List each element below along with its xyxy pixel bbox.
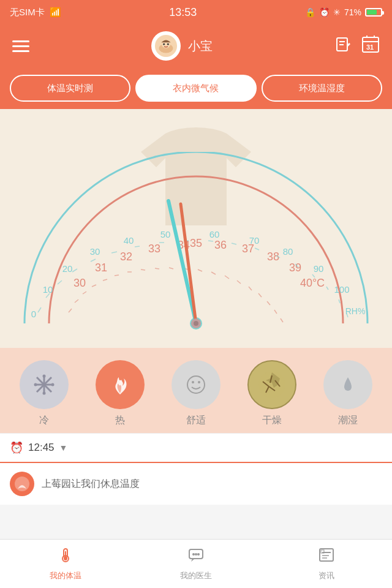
svg-line-61: [111, 252, 117, 253]
svg-point-104: [195, 553, 197, 556]
dry-label: 干燥: [262, 414, 282, 427]
message-avatar: [10, 472, 34, 496]
timeline: ⏰ 12:45 ▼: [0, 433, 392, 462]
header-center: 小宝: [151, 31, 213, 61]
svg-text:70: 70: [249, 235, 260, 246]
svg-text:31: 31: [366, 43, 374, 51]
status-hot[interactable]: 热: [96, 360, 145, 427]
wifi-icon: 📶: [50, 7, 61, 18]
svg-line-66: [232, 243, 236, 244]
svg-text:35: 35: [190, 237, 202, 249]
humid-label: 潮湿: [338, 414, 358, 427]
thermometer-icon: [57, 546, 74, 568]
svg-line-72: [339, 300, 340, 303]
status-dry[interactable]: 干燥: [247, 360, 296, 427]
svg-text:30: 30: [90, 246, 100, 257]
calendar-icon[interactable]: 31: [361, 35, 380, 57]
status-humid[interactable]: 潮湿: [323, 360, 372, 427]
svg-line-44: [155, 268, 159, 269]
svg-line-41: [115, 275, 119, 276]
cold-label: 冷: [39, 414, 49, 427]
svg-line-36: [69, 309, 72, 312]
note-icon[interactable]: [334, 36, 352, 56]
svg-point-97: [15, 477, 29, 491]
svg-point-85: [43, 392, 46, 395]
dry-icon: [257, 369, 287, 400]
svg-text:39: 39: [289, 262, 301, 274]
tab-temp-realtime[interactable]: 体温实时测: [10, 75, 130, 102]
svg-line-51: [249, 287, 252, 290]
tab-env-humidity[interactable]: 环境温湿度: [262, 75, 382, 102]
svg-point-86: [34, 383, 37, 386]
svg-text:33: 33: [148, 243, 160, 255]
svg-rect-101: [65, 551, 66, 557]
svg-line-62: [135, 246, 140, 247]
bluetooth-icon: ✳: [333, 7, 341, 17]
svg-point-103: [192, 553, 195, 556]
svg-point-78: [194, 321, 198, 326]
battery-fill: [367, 10, 377, 15]
svg-line-38: [83, 292, 86, 294]
svg-text:30: 30: [74, 277, 86, 289]
message-avatar-icon: [13, 475, 31, 492]
svg-line-65: [208, 241, 213, 241]
gauge-svg: 30 31 32 33 34 35 36 37 38 39 40°C 0 10 …: [6, 152, 386, 348]
svg-line-54: [274, 310, 277, 314]
header: 小宝 31: [0, 24, 392, 67]
svg-line-58: [58, 281, 62, 284]
timeline-dropdown-arrow[interactable]: ▼: [59, 443, 68, 453]
alarm-icon: ⏰: [319, 7, 330, 17]
svg-line-56: [38, 307, 41, 312]
nav-news[interactable]: 资讯: [262, 540, 392, 588]
svg-line-45: [169, 268, 173, 269]
svg-text:RH%: RH%: [345, 306, 366, 316]
humid-circle: [323, 360, 372, 409]
svg-point-88: [187, 376, 205, 393]
svg-point-105: [197, 553, 200, 556]
clock-icon: ⏰: [10, 441, 23, 454]
cold-circle: [20, 360, 69, 409]
nav-my-temp[interactable]: 我的体温: [0, 540, 130, 588]
svg-line-49: [225, 276, 229, 279]
comfort-circle: [172, 360, 221, 409]
svg-point-84: [43, 375, 46, 378]
svg-text:40: 40: [124, 235, 134, 246]
hot-label: 热: [115, 414, 125, 427]
doctor-chat-icon: [187, 546, 205, 568]
svg-line-50: [237, 281, 241, 284]
hamburger-line-3: [12, 50, 29, 52]
status-left: 无SIM卡 📶: [10, 7, 61, 18]
svg-line-37: [75, 300, 78, 303]
comfort-icon: [184, 372, 208, 397]
avatar[interactable]: [151, 31, 181, 61]
svg-point-4: [167, 43, 169, 45]
nav-my-doctor[interactable]: 我的医生: [130, 540, 261, 588]
svg-line-71: [326, 287, 328, 290]
svg-line-43: [141, 270, 145, 270]
svg-text:32: 32: [120, 251, 132, 263]
hot-icon: [108, 372, 132, 397]
status-cold[interactable]: 冷: [20, 360, 69, 427]
svg-line-59: [72, 269, 77, 272]
gauge-area: 30 31 32 33 34 35 36 37 38 39 40°C 0 10 …: [0, 109, 392, 348]
svg-text:50: 50: [160, 229, 171, 239]
svg-text:100: 100: [334, 284, 349, 295]
svg-text:20: 20: [62, 263, 73, 274]
svg-rect-106: [320, 549, 333, 561]
svg-text:0: 0: [31, 309, 36, 319]
tab-micro-climate[interactable]: 衣内微气候: [135, 75, 256, 102]
svg-line-39: [92, 285, 96, 287]
svg-text:10: 10: [43, 284, 53, 295]
svg-line-52: [258, 293, 262, 297]
nav-my-doctor-label: 我的医生: [180, 570, 212, 581]
hamburger-menu[interactable]: [12, 40, 29, 52]
svg-point-89: [192, 381, 194, 383]
svg-line-55: [281, 318, 283, 322]
svg-line-40: [103, 279, 107, 281]
bottom-nav: 我的体温 我的医生 资讯: [0, 539, 392, 588]
svg-text:36: 36: [214, 239, 227, 251]
status-comfort[interactable]: 舒适: [172, 360, 221, 427]
nav-news-label: 资讯: [318, 570, 334, 581]
svg-line-48: [211, 272, 216, 274]
battery-percent: 71%: [344, 7, 361, 17]
